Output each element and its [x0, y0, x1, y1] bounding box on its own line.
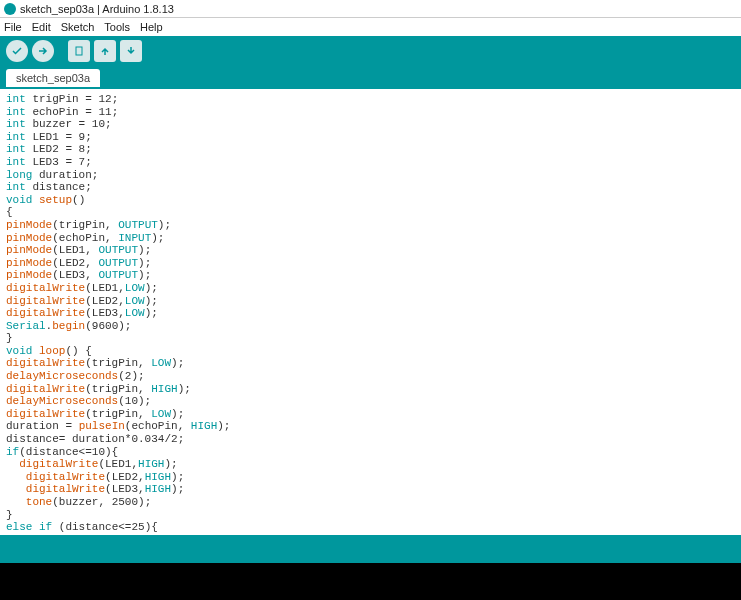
upload-button[interactable] — [32, 40, 54, 62]
svg-rect-0 — [76, 47, 82, 55]
titlebar: sketch_sep03a | Arduino 1.8.13 — [0, 0, 741, 18]
arrow-up-icon — [99, 45, 111, 57]
menu-edit[interactable]: Edit — [32, 21, 51, 33]
check-icon — [11, 45, 23, 57]
open-button[interactable] — [94, 40, 116, 62]
toolbar — [0, 36, 741, 66]
tab-sketch[interactable]: sketch_sep03a — [6, 69, 100, 87]
status-bar — [0, 535, 741, 563]
menubar: File Edit Sketch Tools Help — [0, 18, 741, 36]
menu-help[interactable]: Help — [140, 21, 163, 33]
code-content: int trigPin = 12;int echoPin = 11;int bu… — [6, 93, 735, 534]
window-title: sketch_sep03a | Arduino 1.8.13 — [20, 3, 174, 15]
console — [0, 563, 741, 600]
code-editor[interactable]: int trigPin = 12;int echoPin = 11;int bu… — [0, 88, 741, 535]
new-button[interactable] — [68, 40, 90, 62]
verify-button[interactable] — [6, 40, 28, 62]
tab-strip: sketch_sep03a — [0, 66, 741, 88]
file-icon — [73, 45, 85, 57]
arrow-down-icon — [125, 45, 137, 57]
arrow-right-icon — [37, 45, 49, 57]
arduino-app-icon — [4, 3, 16, 15]
menu-file[interactable]: File — [4, 21, 22, 33]
save-button[interactable] — [120, 40, 142, 62]
menu-sketch[interactable]: Sketch — [61, 21, 95, 33]
menu-tools[interactable]: Tools — [104, 21, 130, 33]
